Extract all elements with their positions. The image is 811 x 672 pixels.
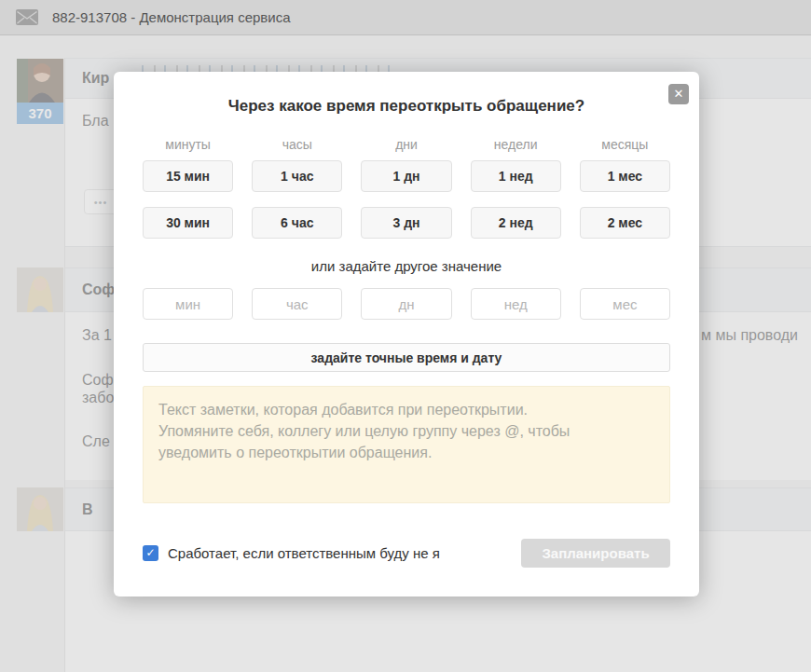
- ticket-title: 882-913708 - Демонстрация сервиса: [52, 9, 291, 25]
- trigger-if-not-me-checkbox[interactable]: ✓: [143, 545, 158, 561]
- column-label-hours: часы: [252, 137, 342, 152]
- set-exact-datetime-button[interactable]: задайте точные время и дату: [143, 343, 670, 372]
- custom-value-label: или задайте другое значение: [143, 258, 670, 274]
- column-label-months: месяцы: [580, 137, 670, 152]
- checkbox-label: Сработает, если ответственным буду не я: [168, 545, 440, 561]
- preset-15min-button[interactable]: 15 мин: [143, 160, 233, 192]
- months-input[interactable]: [580, 288, 670, 320]
- schedule-button[interactable]: Запланировать: [521, 539, 670, 568]
- preset-1day-button[interactable]: 1 дн: [361, 160, 451, 192]
- column-label-minutes: минуты: [143, 137, 233, 152]
- quick-presets-row-2: 30 мин 6 час 3 дн 2 нед 2 мес: [143, 207, 670, 239]
- preset-30min-button[interactable]: 30 мин: [143, 207, 233, 239]
- preset-2weeks-button[interactable]: 2 нед: [471, 207, 561, 239]
- preset-1hour-button[interactable]: 1 час: [252, 160, 342, 192]
- close-icon[interactable]: ✕: [668, 84, 689, 104]
- weeks-input[interactable]: [471, 288, 561, 320]
- dialog-footer: ✓ Сработает, если ответственным буду не …: [143, 539, 670, 568]
- column-label-weeks: недели: [471, 137, 561, 152]
- preset-3days-button[interactable]: 3 дн: [361, 207, 451, 239]
- reopen-note-textarea[interactable]: [143, 386, 670, 503]
- ticket-header-bar: 882-913708 - Демонстрация сервиса: [0, 0, 811, 35]
- preset-2months-button[interactable]: 2 мес: [580, 207, 670, 239]
- custom-value-inputs: [143, 288, 670, 320]
- column-label-days: дни: [361, 137, 451, 152]
- envelope-icon: [16, 9, 38, 25]
- reopen-schedule-dialog: ✕ Через какое время переоткрыть обращени…: [114, 72, 699, 597]
- dialog-title: Через какое время переоткрыть обращение?: [143, 97, 670, 116]
- days-input[interactable]: [361, 288, 451, 320]
- minutes-input[interactable]: [143, 288, 233, 320]
- hours-input[interactable]: [252, 288, 342, 320]
- quick-presets-row-1: 15 мин 1 час 1 дн 1 нед 1 мес: [143, 160, 670, 192]
- unit-column-labels: минуты часы дни недели месяцы: [143, 137, 670, 152]
- preset-1month-button[interactable]: 1 мес: [580, 160, 670, 192]
- preset-1week-button[interactable]: 1 нед: [471, 160, 561, 192]
- preset-6hours-button[interactable]: 6 час: [252, 207, 342, 239]
